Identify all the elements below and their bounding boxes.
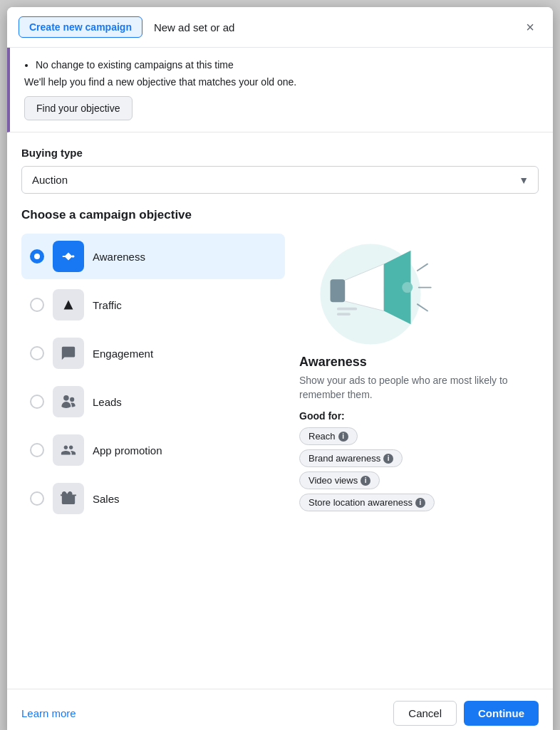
find-objective-button[interactable]: Find your objective <box>24 96 133 120</box>
sales-icon <box>53 483 84 514</box>
awareness-illustration <box>299 234 442 355</box>
objectives-list: Awareness Traffic <box>21 234 285 521</box>
radio-sales <box>30 491 44 506</box>
engagement-icon <box>53 338 84 369</box>
objective-item-awareness[interactable]: Awareness <box>21 234 285 279</box>
radio-leads <box>30 395 44 409</box>
campaign-update-banner: No change to existing campaigns at this … <box>7 48 553 132</box>
create-campaign-tab[interactable]: Create new campaign <box>19 16 142 38</box>
tag-brand-awareness-info-icon[interactable]: i <box>383 454 393 464</box>
traffic-label: Traffic <box>93 299 122 311</box>
main-content: Buying type Auction Reach and frequency … <box>7 132 553 689</box>
buying-type-label: Buying type <box>21 147 539 159</box>
close-button[interactable]: × <box>519 16 541 38</box>
traffic-icon <box>53 289 84 320</box>
detail-description: Show your ads to people who are most lik… <box>299 374 539 402</box>
objective-item-app-promotion[interactable]: App promotion <box>21 427 285 473</box>
awareness-icon <box>53 241 84 272</box>
buying-type-select[interactable]: Auction Reach and frequency TRP buying <box>21 166 539 194</box>
detail-title: Awareness <box>299 355 539 370</box>
sales-label: Sales <box>93 493 120 505</box>
campaign-objective-title: Choose a campaign objective <box>21 208 539 222</box>
objective-item-traffic[interactable]: Traffic <box>21 282 285 328</box>
tag-video-views-info-icon[interactable]: i <box>361 476 370 486</box>
svg-line-6 <box>418 264 427 271</box>
objective-item-sales[interactable]: Sales <box>21 476 285 521</box>
buying-type-section: Buying type Auction Reach and frequency … <box>21 147 539 194</box>
objective-item-engagement[interactable]: Engagement <box>21 330 285 376</box>
footer-actions: Cancel Continue <box>393 701 539 726</box>
svg-marker-1 <box>64 301 73 310</box>
svg-rect-4 <box>331 279 346 302</box>
leads-label: Leads <box>93 396 122 408</box>
tag-video-views-label: Video views <box>308 475 358 486</box>
app-promotion-icon <box>53 434 84 466</box>
banner-bullet: No change to existing campaigns at this … <box>36 59 539 71</box>
svg-point-0 <box>72 255 75 258</box>
new-adset-tab[interactable]: New ad set or ad <box>154 21 234 33</box>
campaign-modal: Create new campaign New ad set or ad × N… <box>7 7 553 730</box>
continue-button[interactable]: Continue <box>464 701 539 726</box>
tag-brand-awareness-label: Brand awareness <box>308 453 380 464</box>
tag-store-location: Store location awareness i <box>299 494 435 511</box>
learn-more-link[interactable]: Learn more <box>21 707 76 719</box>
radio-engagement <box>30 346 44 360</box>
tag-brand-awareness: Brand awareness i <box>299 449 403 467</box>
tag-video-views: Video views i <box>299 471 380 489</box>
banner-description: We'll help you find a new objective that… <box>24 76 539 88</box>
tags-container: Reach i Brand awareness i Video views i <box>299 427 539 511</box>
svg-rect-10 <box>337 313 351 316</box>
tag-reach: Reach i <box>299 427 358 445</box>
objective-item-leads[interactable]: Leads <box>21 379 285 424</box>
cancel-button[interactable]: Cancel <box>393 701 457 726</box>
app-promotion-label: App promotion <box>93 444 162 457</box>
campaign-objective-section: Choose a campaign objective Awarenes <box>21 208 539 521</box>
svg-rect-9 <box>337 308 357 311</box>
radio-awareness <box>30 249 44 264</box>
modal-header: Create new campaign New ad set or ad × <box>7 7 553 48</box>
svg-point-5 <box>402 282 413 293</box>
tag-store-location-info-icon[interactable]: i <box>415 498 425 508</box>
tag-store-location-label: Store location awareness <box>308 497 413 508</box>
radio-app-promotion <box>30 443 44 457</box>
tag-reach-label: Reach <box>308 431 336 442</box>
good-for-label: Good for: <box>299 410 539 422</box>
buying-type-select-wrapper: Auction Reach and frequency TRP buying ▼ <box>21 166 539 194</box>
radio-traffic <box>30 298 44 312</box>
awareness-label: Awareness <box>93 251 145 263</box>
tag-reach-info-icon[interactable]: i <box>338 432 348 442</box>
engagement-label: Engagement <box>93 348 153 360</box>
objectives-layout: Awareness Traffic <box>21 234 539 521</box>
modal-footer: Learn more Cancel Continue <box>7 689 553 730</box>
objective-detail-panel: Awareness Show your ads to people who ar… <box>299 234 539 521</box>
leads-icon <box>53 386 84 417</box>
